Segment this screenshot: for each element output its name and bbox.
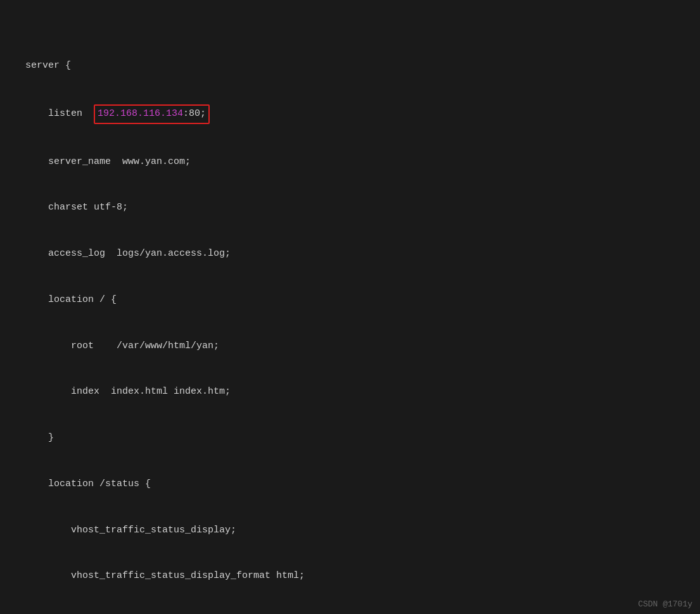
line-server-name1: server_name www.yan.com;: [25, 154, 700, 170]
line-location1-close: }: [25, 430, 700, 446]
line-index1: index index.html index.htm;: [25, 384, 700, 400]
line-location1: location / {: [25, 292, 700, 308]
watermark: CSDN @1701y: [638, 599, 692, 609]
port-1: :80;: [183, 108, 206, 119]
line-location-status1: location /status {: [25, 477, 700, 492]
line-vhost-display1: vhost_traffic_status_display;: [25, 523, 700, 539]
ip-1: 192.168.116.134: [98, 108, 183, 119]
line-server1-open: server {: [25, 58, 700, 74]
line-access-log1: access_log logs/yan.access.log;: [25, 246, 700, 262]
line-root1: root /var/www/html/yan;: [25, 339, 700, 354]
line-vhost-format1: vhost_traffic_status_display_format html…: [25, 568, 700, 584]
line-charset1: charset utf-8;: [25, 200, 700, 216]
line-listen1: listen 192.168.116.134:80;: [25, 104, 700, 124]
code-container: server { listen 192.168.116.134:80; serv…: [0, 0, 700, 614]
